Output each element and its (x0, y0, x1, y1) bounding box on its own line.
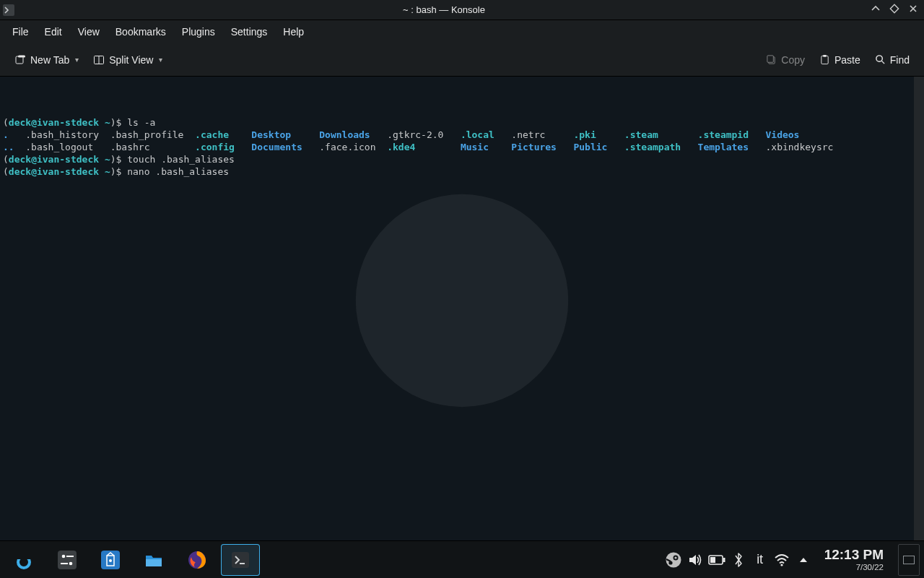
menu-bar: File Edit View Bookmarks Plugins Setting… (0, 20, 924, 43)
svg-point-10 (876, 56, 882, 61)
svg-line-11 (881, 61, 884, 64)
menu-edit[interactable]: Edit (37, 23, 70, 40)
tray-battery-icon[interactable] (706, 544, 728, 576)
minimize-button[interactable] (871, 4, 881, 16)
paste-button[interactable]: Paste (812, 50, 868, 70)
svg-rect-3 (18, 55, 25, 57)
title-bar: ~ : bash — Konsole (0, 0, 924, 20)
svg-rect-24 (232, 552, 249, 568)
system-tray: it (663, 544, 814, 576)
tray-clock[interactable]: 12:13 PM 7/30/22 (819, 548, 889, 572)
chevron-down-icon[interactable]: ▾ (75, 56, 79, 64)
close-button[interactable] (908, 4, 918, 16)
launcher-discover[interactable] (91, 544, 130, 576)
launcher-start[interactable] (4, 544, 43, 576)
menu-plugins[interactable]: Plugins (174, 23, 223, 40)
menu-settings[interactable]: Settings (223, 23, 276, 40)
svg-rect-22 (146, 559, 162, 566)
tray-volume-icon[interactable] (684, 544, 706, 576)
taskbar: it 12:13 PM 7/30/22 (0, 540, 924, 578)
svg-point-16 (62, 554, 66, 558)
svg-rect-1 (890, 4, 898, 12)
menu-file[interactable]: File (4, 23, 37, 40)
terminal-content: (deck@ivan-stdeck ~)$ ls -a..bash_histor… (3, 116, 921, 178)
toolbar: New Tab ▾ Split View ▾ Copy Paste Find (0, 43, 924, 77)
chevron-down-icon[interactable]: ▾ (159, 56, 162, 64)
clock-date: 7/30/22 (824, 563, 884, 572)
copy-icon (766, 54, 777, 65)
find-icon (875, 54, 886, 65)
terminal-viewport[interactable]: (deck@ivan-stdeck ~)$ ls -a..bash_histor… (0, 77, 924, 540)
window-title: ~ : bash — Konsole (17, 4, 871, 15)
svg-point-18 (69, 561, 73, 565)
split-view-label: Split View (109, 54, 153, 66)
show-desktop-button[interactable] (898, 544, 920, 576)
copy-label: Copy (781, 54, 805, 66)
find-label: Find (890, 54, 910, 66)
steamdeck-watermark (346, 185, 578, 416)
svg-rect-7 (767, 56, 773, 62)
launcher-settings[interactable] (48, 544, 87, 576)
tray-bluetooth-icon[interactable] (728, 544, 749, 576)
svg-rect-14 (14, 550, 34, 559)
svg-point-28 (674, 556, 676, 558)
svg-point-21 (109, 559, 112, 562)
tray-expand-arrow[interactable] (793, 544, 814, 576)
tray-wifi-icon[interactable] (771, 544, 793, 576)
launcher-konsole[interactable] (221, 544, 260, 576)
svg-rect-15 (58, 551, 77, 569)
menu-bookmarks[interactable]: Bookmarks (108, 23, 174, 40)
new-tab-icon (14, 54, 26, 66)
svg-rect-32 (710, 557, 715, 563)
svg-rect-34 (904, 556, 915, 564)
svg-rect-31 (723, 558, 725, 562)
copy-button: Copy (759, 50, 812, 70)
clock-time: 12:13 PM (824, 548, 884, 563)
find-button[interactable]: Find (868, 50, 917, 70)
split-view-icon (93, 54, 105, 66)
svg-point-12 (356, 194, 568, 407)
split-view-button[interactable]: Split View ▾ (86, 50, 170, 70)
menu-help[interactable]: Help (275, 23, 312, 40)
tray-steam-icon[interactable] (663, 544, 684, 576)
new-tab-button[interactable]: New Tab ▾ (7, 50, 86, 70)
paste-icon (819, 54, 830, 65)
app-icon (0, 0, 17, 20)
launcher-dolphin[interactable] (134, 544, 173, 576)
tray-keyboard-layout[interactable]: it (749, 544, 771, 576)
launcher-firefox[interactable] (178, 544, 217, 576)
terminal-scrollbar[interactable] (914, 77, 924, 540)
svg-rect-9 (823, 55, 827, 57)
svg-point-33 (780, 564, 783, 566)
maximize-button[interactable] (889, 4, 899, 16)
menu-view[interactable]: View (70, 23, 108, 40)
new-tab-label: New Tab (30, 54, 69, 66)
paste-label: Paste (834, 54, 860, 66)
svg-rect-8 (821, 56, 828, 64)
